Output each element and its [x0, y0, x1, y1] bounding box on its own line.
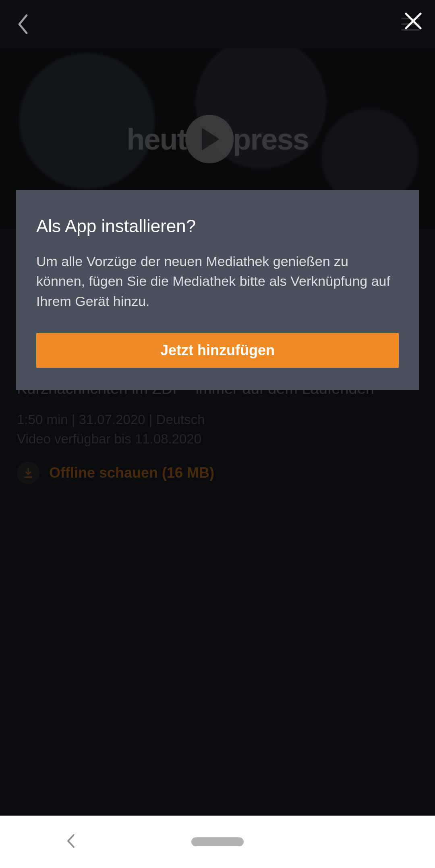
add-now-button[interactable]: Jetzt hinzufügen — [36, 333, 399, 368]
modal-overlay: Als App installieren? Um alle Vorzüge de… — [0, 0, 435, 816]
modal-title: Als App installieren? — [36, 216, 399, 236]
install-app-modal: Als App installieren? Um alle Vorzüge de… — [16, 190, 419, 390]
modal-scrim[interactable] — [0, 0, 435, 816]
back-button[interactable] — [17, 14, 29, 36]
modal-body: Um alle Vorzüge der neuen Mediathek geni… — [36, 252, 399, 311]
close-button[interactable] — [404, 11, 423, 32]
android-back-button[interactable] — [66, 834, 75, 850]
android-nav-bar — [0, 816, 435, 868]
android-home-pill[interactable] — [191, 837, 244, 846]
